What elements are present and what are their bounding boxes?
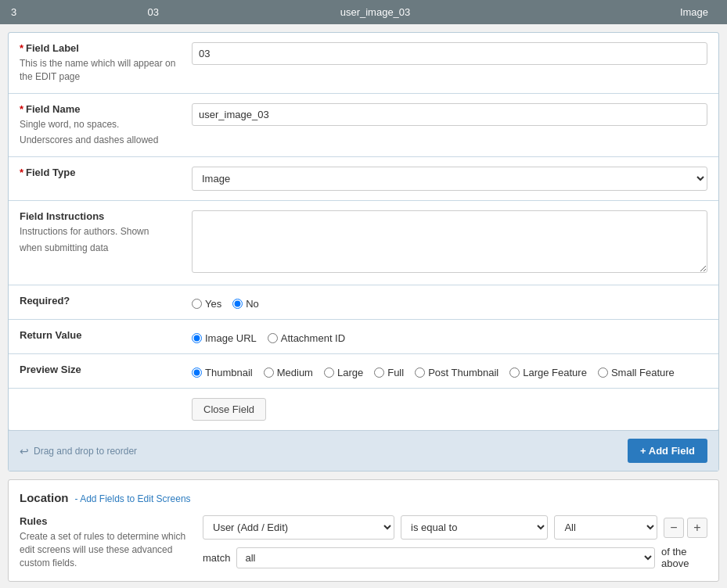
match-select[interactable]: all any: [236, 547, 655, 568]
preview-post-thumbnail-label[interactable]: Post Thumbnail: [415, 367, 498, 378]
preview-size-column: Preview Size: [20, 364, 192, 378]
preview-size-title: Preview Size: [20, 364, 179, 375]
add-field-button[interactable]: + Add Field: [628, 439, 707, 463]
field-instructions-desc1: Instructions for authors. Shown: [20, 225, 179, 238]
field-instructions-textarea[interactable]: [192, 210, 707, 273]
required-no-label[interactable]: No: [232, 298, 259, 310]
field-instructions-column: Field Instructions Instructions for auth…: [20, 210, 192, 275]
match-label: match: [203, 552, 230, 564]
return-value-column: Return Value: [20, 329, 192, 344]
close-field-input-col: Close Field: [192, 398, 707, 421]
field-instructions-desc2: when submitting data: [20, 242, 179, 255]
preview-medium-label[interactable]: Medium: [264, 367, 313, 378]
return-image-url-label[interactable]: Image URL: [192, 332, 257, 344]
drag-icon: ↩: [20, 445, 29, 457]
rules-select-2[interactable]: is equal to: [401, 515, 548, 540]
field-name-desc2: Underscores and dashes allowed: [20, 134, 179, 147]
rules-add-button[interactable]: +: [687, 518, 707, 538]
rules-desc: Create a set of rules to determine which…: [20, 530, 192, 569]
field-id: 03: [42, 6, 265, 18]
preview-size-radio-group: Thumbnail Medium Large Full Post Thumbna…: [192, 364, 707, 378]
return-attachment-id-label[interactable]: Attachment ID: [268, 332, 345, 344]
field-number: 3: [11, 6, 42, 18]
required-column: Required?: [20, 295, 192, 310]
field-type-header: Image: [486, 6, 716, 18]
field-card: *Field Label This is the name which will…: [8, 32, 719, 471]
field-instructions-input-col: [192, 210, 707, 275]
field-instructions-row: Field Instructions Instructions for auth…: [9, 201, 718, 285]
field-name-desc1: Single word, no spaces.: [20, 118, 179, 131]
rules-remove-button[interactable]: −: [664, 518, 684, 538]
field-name-column: *Field Name Single word, no spaces. Unde…: [20, 103, 192, 148]
return-value-title: Return Value: [20, 329, 179, 341]
return-value-row: Return Value Image URL Attachment ID: [9, 320, 718, 354]
field-name-title: *Field Name: [20, 103, 179, 115]
field-type-title: *Field Type: [20, 167, 179, 178]
preview-thumbnail-radio[interactable]: [192, 368, 202, 378]
required-star-3: *: [20, 167, 23, 178]
preview-full-label[interactable]: Full: [374, 367, 404, 378]
field-name-row: *Field Name Single word, no spaces. Unde…: [9, 94, 718, 158]
rules-title: Rules: [20, 515, 192, 527]
return-image-url-radio[interactable]: [192, 333, 202, 343]
rules-btn-group: − +: [664, 518, 707, 538]
field-type-input-col: Image Text Textarea Select Checkbox Radi…: [192, 167, 707, 191]
match-row: match all any of the above: [203, 546, 707, 569]
field-type-column: *Field Type: [20, 167, 192, 191]
rules-row: User (Add / Edit) is equal to All − +: [203, 515, 707, 540]
preview-large-radio[interactable]: [324, 368, 334, 378]
required-row: Required? Yes No: [9, 285, 718, 320]
required-input-col: Yes No: [192, 295, 707, 310]
required-star: *: [20, 42, 23, 54]
rules-input-col: User (Add / Edit) is equal to All − + ma…: [203, 515, 707, 569]
required-yes-label[interactable]: Yes: [192, 298, 221, 310]
field-type-row: *Field Type Image Text Textarea Select C…: [9, 157, 718, 201]
match-suffix: of the above: [661, 546, 707, 569]
preview-size-input-col: Thumbnail Medium Large Full Post Thumbna…: [192, 364, 707, 378]
field-key: user_image_03: [265, 6, 487, 18]
preview-large-feature-label[interactable]: Large Feature: [509, 367, 587, 378]
field-name-input-col: [192, 103, 707, 148]
location-subtitle: - Add Fields to Edit Screens: [75, 493, 191, 504]
rules-select-3[interactable]: All: [554, 515, 657, 540]
required-radio-group: Yes No: [192, 295, 707, 310]
field-instructions-title: Field Instructions: [20, 210, 179, 222]
drag-reorder-label: Drag and drop to reorder: [34, 446, 137, 457]
close-field-row: Close Field: [9, 389, 718, 430]
field-name-input[interactable]: [192, 103, 707, 126]
rules-label-col: Rules Create a set of rules to determine…: [20, 515, 192, 569]
return-value-radio-group: Image URL Attachment ID: [192, 329, 707, 344]
field-label-row: *Field Label This is the name which will…: [9, 33, 718, 94]
drag-reorder: ↩ Drag and drop to reorder: [20, 445, 137, 457]
field-header-row: 3 03 user_image_03 Image: [0, 0, 727, 24]
field-card-footer: ↩ Drag and drop to reorder + Add Field: [9, 430, 718, 471]
close-field-label-col: [20, 398, 192, 421]
preview-small-feature-label[interactable]: Small Feature: [598, 367, 675, 378]
required-star-2: *: [20, 103, 23, 115]
close-field-button[interactable]: Close Field: [192, 398, 266, 421]
rules-select-1[interactable]: User (Add / Edit): [203, 515, 394, 540]
field-label-desc: This is the name which will appear on th…: [20, 57, 179, 84]
location-section: Location - Add Fields to Edit Screens Ru…: [8, 479, 719, 581]
preview-large-feature-radio[interactable]: [509, 368, 520, 378]
field-label-title: *Field Label: [20, 42, 179, 54]
required-title: Required?: [20, 295, 179, 307]
preview-size-row: Preview Size Thumbnail Medium Large: [9, 354, 718, 389]
field-type-select[interactable]: Image Text Textarea Select Checkbox Radi…: [192, 167, 707, 191]
preview-small-feature-radio[interactable]: [598, 368, 608, 378]
location-body: Rules Create a set of rules to determine…: [20, 515, 707, 569]
preview-thumbnail-label[interactable]: Thumbnail: [192, 367, 253, 378]
field-label-column: *Field Label This is the name which will…: [20, 42, 192, 84]
location-title: Location: [20, 491, 69, 504]
preview-full-radio[interactable]: [374, 368, 384, 378]
preview-large-label[interactable]: Large: [324, 367, 363, 378]
location-header: Location - Add Fields to Edit Screens: [20, 491, 707, 506]
required-yes-radio[interactable]: [192, 299, 202, 309]
field-label-input[interactable]: [192, 42, 707, 65]
required-no-radio[interactable]: [232, 299, 243, 309]
return-value-input-col: Image URL Attachment ID: [192, 329, 707, 344]
field-label-input-col: [192, 42, 707, 84]
preview-post-thumbnail-radio[interactable]: [415, 368, 425, 378]
preview-medium-radio[interactable]: [264, 368, 274, 378]
return-attachment-id-radio[interactable]: [268, 333, 278, 343]
